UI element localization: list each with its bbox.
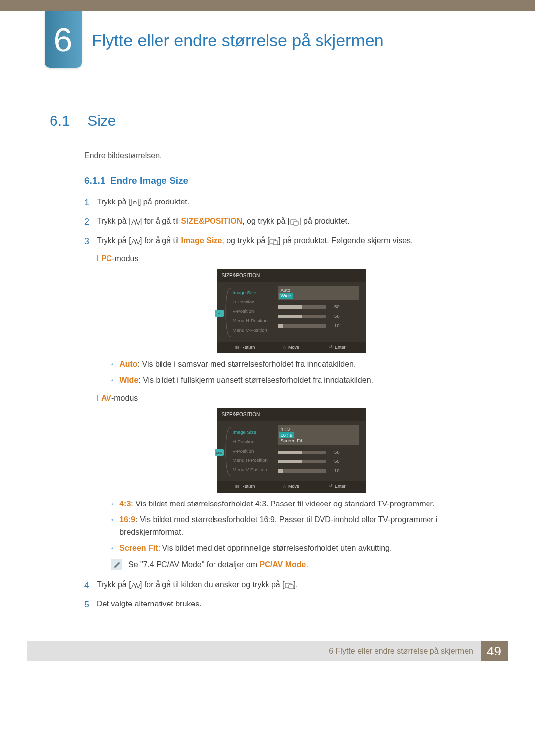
subsection-number: 6.1.1	[84, 175, 105, 186]
svg-rect-3	[273, 241, 278, 245]
osd-row: Menu H-Position	[233, 455, 278, 465]
note-icon	[111, 559, 122, 570]
bullet-43: 4:3: Vis bildet med størrelsesforholdet …	[111, 498, 485, 510]
svg-rect-1	[294, 221, 298, 225]
svg-rect-5	[289, 585, 293, 589]
osd-row: V-Position	[233, 307, 278, 316]
osd-category-icon: ▭▭	[215, 449, 224, 456]
bullet-screenfit: Screen Fit: Vis bildet med det opprinnel…	[111, 542, 485, 554]
page-footer: 6 Flytte eller endre størrelse på skjerm…	[27, 641, 508, 661]
return-icon: ▥	[235, 344, 239, 351]
enter-button-icon	[290, 216, 299, 228]
osd-row: Image Size	[233, 427, 278, 437]
osd-row: Image Size	[233, 288, 278, 298]
osd-row: Menu H-Position	[233, 316, 278, 326]
enter-icon: ⏎	[329, 483, 333, 490]
section-heading: 6.1 Size	[50, 112, 485, 129]
bullet-auto: Auto: Vis bilde i samsvar med størrelses…	[111, 358, 485, 371]
osd-dropdown: Auto Wide	[278, 286, 359, 300]
osd-slider: 10	[278, 321, 359, 331]
up-down-arrows-icon: ⋀/⋁	[131, 581, 140, 590]
step-5: 5 Det valgte alternativet brukes.	[84, 598, 485, 611]
subsection-title: Endre Image Size	[110, 175, 188, 186]
move-icon: ◇	[283, 344, 286, 351]
up-down-arrows-icon: ⋀/⋁	[131, 237, 140, 246]
step-1: 1 Trykk på [m] på produktet.	[84, 196, 485, 209]
step-2: 2 Trykk på [⋀/⋁] for å gå til SIZE&POSIT…	[84, 215, 485, 229]
step-3: 3 Trykk på [⋀/⋁] for å gå til Image Size…	[84, 235, 485, 573]
section-title: Size	[87, 112, 116, 129]
osd-footer: ▥Return ◇Move ⏎Enter	[217, 342, 366, 353]
chapter-number-badge: 6	[45, 11, 82, 68]
osd-slider: 50	[278, 448, 359, 457]
return-icon: ▥	[235, 483, 239, 490]
subsection-heading: 6.1.1 Endre Image Size	[84, 175, 485, 186]
chapter-title: Flytte eller endre størrelse på skjermen	[92, 31, 384, 50]
enter-icon: ⏎	[329, 344, 333, 351]
enter-button-icon	[285, 579, 294, 591]
section-intro: Endre bildestørrelsen.	[84, 151, 485, 160]
osd-screenshot-av: SIZE&POSITION ▭▭ Image Size H-Position V…	[217, 408, 366, 493]
osd-title: SIZE&POSITION	[217, 408, 366, 421]
osd-slider: 50	[278, 457, 359, 466]
bullet-169: 16:9: Vis bildet med størrelsesforholdet…	[111, 513, 485, 539]
footer-page-number: 49	[481, 641, 508, 661]
osd-dropdown: 4 : 3 16 : 9 Screen Fit	[278, 425, 359, 444]
osd-row: H-Position	[233, 437, 278, 446]
bullet-wide: Wide: Vis bildet i fullskjerm uansett st…	[111, 374, 485, 387]
note: Se "7.4 PC/AV Mode" for detaljer om PC/A…	[111, 559, 485, 571]
osd-row: Menu V-Position	[233, 326, 278, 335]
osd-footer: ▥Return ◇Move ⏎Enter	[217, 481, 366, 493]
footer-chapter-title: 6 Flytte eller endre størrelse på skjerm…	[329, 647, 473, 655]
chapter-header: 6 Flytte eller endre størrelse på skjerm…	[0, 11, 535, 68]
osd-screenshot-pc: SIZE&POSITION ▭▭ Image Size H-Position V…	[217, 269, 366, 353]
section-number: 6.1	[50, 112, 70, 129]
osd-category-icon: ▭▭	[215, 310, 224, 317]
osd-row: V-Position	[233, 446, 278, 455]
osd-title: SIZE&POSITION	[217, 269, 366, 282]
menu-button-icon: m	[131, 199, 139, 206]
osd-slider: 50	[278, 312, 359, 321]
osd-slider: 50	[278, 302, 359, 312]
top-bar	[0, 0, 535, 11]
osd-row: H-Position	[233, 298, 278, 307]
enter-button-icon	[269, 235, 278, 247]
move-icon: ◇	[283, 483, 286, 490]
osd-row: Menu V-Position	[233, 465, 278, 474]
osd-slider: 10	[278, 466, 359, 476]
step-4: 4 Trykk på [⋀/⋁] for å gå til kilden du …	[84, 579, 485, 592]
up-down-arrows-icon: ⋀/⋁	[131, 217, 140, 226]
